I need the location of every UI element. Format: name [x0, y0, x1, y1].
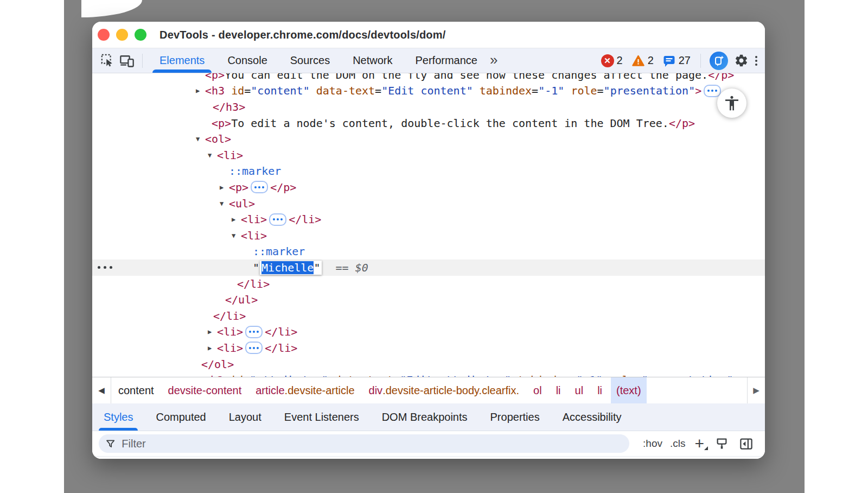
breadcrumb-item[interactable]: devsite-content: [168, 377, 242, 403]
tree-collapsed-arrow-icon[interactable]: ▶: [196, 87, 205, 94]
dom-tree-row[interactable]: ▶<li></li>: [92, 211, 765, 227]
element-classes-button[interactable]: .cls: [670, 438, 686, 450]
ellipsis-expand-icon[interactable]: [704, 85, 721, 97]
issues-badge[interactable]: 27: [662, 54, 691, 67]
text-edit-box[interactable]: Michelle": [260, 261, 322, 275]
tag-token: <li>: [217, 149, 243, 162]
plain-token: =: [597, 84, 604, 97]
ellipsis-expand-icon[interactable]: [245, 342, 263, 354]
sidebar-tab-event-listeners[interactable]: Event Listeners: [273, 403, 371, 431]
dom-tree-row[interactable]: "Michelle" == $0: [92, 260, 765, 276]
dom-tree-row[interactable]: </li>: [92, 308, 765, 324]
sidebar-tab-properties[interactable]: Properties: [479, 403, 551, 431]
ai-assistant-icon[interactable]: [710, 52, 728, 70]
dom-tree-row[interactable]: ▶<h2 id="attributes" data-text="Edit att…: [92, 372, 765, 377]
plain-token: =: [375, 84, 381, 97]
new-style-rule-button[interactable]: +: [694, 437, 704, 451]
dom-tree-row[interactable]: ▼<ol>: [92, 131, 765, 147]
dom-tree-row[interactable]: ▼<li>: [92, 147, 765, 163]
dom-tree-row[interactable]: </h3>: [92, 99, 765, 115]
tree-collapsed-arrow-icon[interactable]: ▶: [232, 216, 241, 223]
dom-tree-row[interactable]: ▼<li>: [92, 227, 765, 244]
tree-expanded-arrow-icon[interactable]: ▼: [232, 232, 241, 239]
styles-filter-bar: :hov .cls +: [92, 431, 765, 457]
more-tabs-icon[interactable]: »: [490, 52, 497, 68]
sidebar-tab-styles[interactable]: Styles: [92, 403, 144, 431]
toggle-sidebar-icon[interactable]: [739, 437, 754, 451]
dom-tree-row[interactable]: <p>You can edit the DOM on the fly and s…: [92, 73, 765, 83]
breadcrumb-item[interactable]: article.devsite-article: [256, 377, 354, 403]
sidebar-tab-accessibility[interactable]: Accessibility: [551, 403, 633, 431]
dom-tree-row[interactable]: </ol>: [92, 356, 765, 372]
tab-console[interactable]: Console: [216, 48, 278, 73]
zoom-button[interactable]: [135, 29, 146, 41]
inspect-icon[interactable]: [99, 53, 116, 69]
marker-token: ::marker: [229, 165, 281, 178]
val-token: "Edit content": [381, 84, 473, 97]
more-options-kebab-icon[interactable]: [755, 56, 757, 66]
error-badge[interactable]: ✕ 2: [601, 54, 623, 67]
breadcrumb-item[interactable]: ol: [533, 377, 542, 403]
sidebar-tabs: StylesComputedLayoutEvent ListenersDOM B…: [92, 403, 765, 431]
tab-elements[interactable]: Elements: [148, 48, 216, 73]
device-toolbar-icon[interactable]: [119, 53, 135, 69]
filter-funnel-icon: [105, 438, 116, 450]
dom-tree-row[interactable]: ▼<ul>: [92, 195, 765, 212]
dom-tree-row[interactable]: ▶<h3 id="content" data-text="Edit conten…: [92, 83, 765, 99]
dom-tree-row[interactable]: <p>To edit a node's content, double-clic…: [92, 115, 765, 131]
dom-tree-row[interactable]: ::marker: [92, 244, 765, 260]
breadcrumb-item[interactable]: ul: [575, 377, 584, 403]
close-button[interactable]: [98, 29, 110, 41]
tag-token: <ul>: [229, 197, 255, 210]
sidebar-tab-dom-breakpoints[interactable]: DOM Breakpoints: [371, 403, 479, 431]
breadcrumb-item[interactable]: li: [597, 377, 602, 403]
accessibility-overlay-button[interactable]: [717, 89, 746, 118]
minimize-button[interactable]: [116, 29, 128, 41]
plain-token: [225, 84, 231, 97]
gray-token: ==: [336, 261, 349, 274]
warning-count: 2: [648, 54, 654, 67]
dom-tree-row[interactable]: ▶<li></li>: [92, 340, 765, 356]
tag-token: </p>: [270, 181, 296, 194]
breadcrumb-scroll-right-icon[interactable]: ▶: [747, 377, 765, 403]
dom-tree-row[interactable]: ::marker: [92, 163, 765, 180]
tag-token: </li>: [265, 325, 297, 338]
ellipsis-expand-icon[interactable]: [251, 181, 268, 193]
dom-tree-row[interactable]: ▶<p></p>: [92, 179, 765, 195]
ellipsis-expand-icon[interactable]: [269, 213, 286, 226]
tree-collapsed-arrow-icon[interactable]: ▶: [208, 344, 217, 352]
warning-badge[interactable]: 2: [631, 54, 654, 67]
brush-icon[interactable]: [714, 437, 729, 451]
tree-collapsed-arrow-icon[interactable]: ▶: [220, 184, 229, 191]
dom-tree-row[interactable]: </ul>: [92, 292, 765, 308]
val-token: "content": [251, 84, 309, 97]
breadcrumb-item[interactable]: div.devsite-article-body.clearfix.: [369, 377, 520, 403]
title-bar: DevTools - developer.chrome.com/docs/dev…: [92, 22, 765, 48]
attr-token: id: [231, 84, 244, 97]
tree-expanded-arrow-icon[interactable]: ▼: [220, 200, 229, 207]
dom-tree-row[interactable]: ▶<li></li>: [92, 324, 765, 340]
plain-token: =: [532, 84, 538, 97]
tag-token: <li>: [217, 325, 243, 338]
tab-network[interactable]: Network: [341, 48, 404, 73]
toolbar-divider: [142, 54, 143, 68]
tag-token: </p>: [708, 73, 734, 81]
tree-collapsed-arrow-icon[interactable]: ▶: [208, 328, 217, 336]
breadcrumb-item[interactable]: li: [556, 377, 561, 403]
sidebar-tab-computed[interactable]: Computed: [144, 403, 217, 431]
breadcrumb-scroll-left-icon[interactable]: ◀: [92, 377, 111, 403]
tag-token: <li>: [241, 213, 267, 226]
ellipsis-expand-icon[interactable]: [245, 326, 263, 338]
sidebar-tab-layout[interactable]: Layout: [218, 403, 273, 431]
toggle-element-state-button[interactable]: :hov: [643, 438, 662, 450]
tab-sources[interactable]: Sources: [279, 48, 341, 73]
breadcrumb-item[interactable]: content: [118, 377, 154, 403]
tree-expanded-arrow-icon[interactable]: ▼: [208, 151, 217, 159]
dom-tree-row[interactable]: </li>: [92, 276, 765, 292]
settings-gear-icon[interactable]: [733, 53, 749, 69]
filter-input[interactable]: [120, 437, 623, 451]
breadcrumb-item[interactable]: (text): [611, 377, 647, 403]
tree-expanded-arrow-icon[interactable]: ▼: [196, 135, 205, 143]
tab-performance[interactable]: Performance: [404, 48, 489, 73]
row-ellipsis-gutter-icon[interactable]: [98, 266, 112, 269]
